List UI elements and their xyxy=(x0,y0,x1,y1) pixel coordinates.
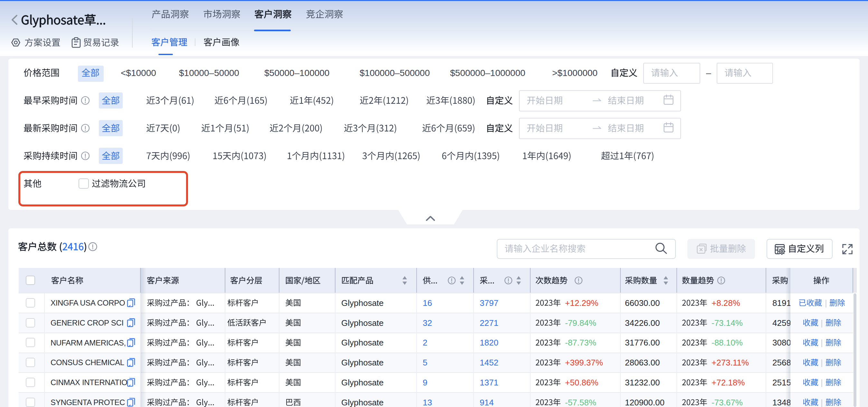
svg-text:66030.00: 66030.00 xyxy=(625,298,660,308)
svg-text:3797: 3797 xyxy=(480,298,498,308)
svg-text:Glyphosate: Glyphosate xyxy=(341,358,384,367)
svg-text:34226.00: 34226.00 xyxy=(625,318,660,328)
svg-text:-73.14%: -73.14% xyxy=(712,318,743,328)
svg-text:28063.00: 28063.00 xyxy=(625,358,660,367)
svg-text:|: | xyxy=(821,358,823,367)
svg-text:|: | xyxy=(821,378,823,387)
svg-text:1371: 1371 xyxy=(480,378,498,387)
svg-text:>$1000000: >$1000000 xyxy=(552,68,597,78)
svg-text:1820: 1820 xyxy=(480,338,498,347)
svg-text:2271: 2271 xyxy=(480,318,498,328)
svg-text:914: 914 xyxy=(480,398,494,407)
svg-text:|: | xyxy=(821,318,823,328)
svg-text:1452: 1452 xyxy=(480,358,498,367)
svg-text:+12.29%: +12.29% xyxy=(565,298,598,308)
svg-text:$100000–500000: $100000–500000 xyxy=(360,68,430,78)
svg-text:+50.86%: +50.86% xyxy=(565,378,598,387)
svg-text:Glyphosate: Glyphosate xyxy=(341,378,384,387)
svg-text:-73.67%: -73.67% xyxy=(712,398,743,407)
svg-text:2: 2 xyxy=(423,338,427,347)
svg-text:+8.28%: +8.28% xyxy=(712,298,740,308)
svg-text:5: 5 xyxy=(423,358,427,367)
svg-text:Glyphosate: Glyphosate xyxy=(341,398,384,407)
svg-text:13: 13 xyxy=(423,398,432,407)
svg-text:31776.00: 31776.00 xyxy=(625,338,660,347)
svg-text:-79.84%: -79.84% xyxy=(565,318,596,328)
svg-text:|: | xyxy=(825,298,827,308)
svg-text:$50000–100000: $50000–100000 xyxy=(264,68,329,78)
svg-text:CONSUS CHEMICAL: CONSUS CHEMICAL xyxy=(51,358,124,367)
svg-text:$10000–50000: $10000–50000 xyxy=(179,68,239,78)
svg-text:+72.18%: +72.18% xyxy=(712,378,745,387)
svg-text:-57.58%: -57.58% xyxy=(565,398,596,407)
svg-text:16: 16 xyxy=(423,298,432,308)
svg-text:<$10000: <$10000 xyxy=(121,68,156,78)
svg-text:120900.00: 120900.00 xyxy=(625,398,664,407)
svg-text:Glyphosate: Glyphosate xyxy=(341,338,384,347)
svg-text:|: | xyxy=(821,338,823,347)
svg-text:XINGFA USA CORPO: XINGFA USA CORPO xyxy=(51,299,125,307)
svg-text:Glyphosate: Glyphosate xyxy=(341,298,384,308)
svg-text:–: – xyxy=(706,68,711,78)
svg-text:|: | xyxy=(821,398,823,407)
svg-text:CINMAX INTERNATIO: CINMAX INTERNATIO xyxy=(51,378,127,387)
svg-text:SYNGENTA PROTEC: SYNGENTA PROTEC xyxy=(51,398,125,407)
svg-text:$500000–1000000: $500000–1000000 xyxy=(450,68,525,78)
svg-text:Glyphosate: Glyphosate xyxy=(341,318,384,328)
svg-text:31232.00: 31232.00 xyxy=(625,378,660,387)
svg-text:-87.73%: -87.73% xyxy=(565,338,596,347)
svg-text:+399.37%: +399.37% xyxy=(565,358,603,367)
svg-text:-88.10%: -88.10% xyxy=(712,338,743,347)
svg-text:NUFARM AMERICAS,: NUFARM AMERICAS, xyxy=(51,338,126,347)
svg-text:+273.11%: +273.11% xyxy=(712,358,749,367)
svg-text:GENERIC CROP SCI: GENERIC CROP SCI xyxy=(51,318,124,327)
svg-text:9: 9 xyxy=(423,378,427,387)
svg-text:32: 32 xyxy=(423,318,432,328)
